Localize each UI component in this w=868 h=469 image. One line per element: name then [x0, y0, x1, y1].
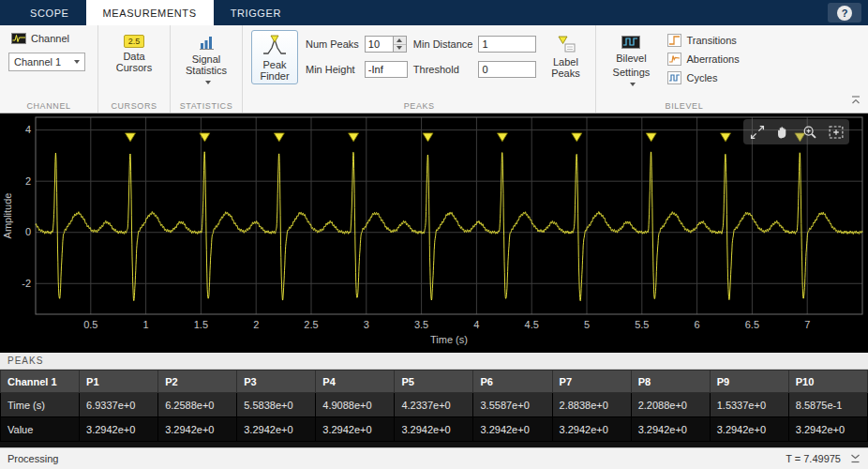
signal-statistics-button[interactable]: Signal Statistics	[179, 30, 233, 90]
value-cell: 8.5875e-1	[788, 393, 867, 417]
label-peaks-button[interactable]: Label Peaks	[544, 30, 587, 82]
section-peaks: Peak Finder Num Peaks Min Distance Min H…	[242, 25, 595, 113]
section-statistics: Signal Statistics STATISTICS	[170, 25, 242, 113]
section-label-cursors: CURSORS	[98, 101, 170, 111]
value-cell: 6.2588e+0	[158, 393, 237, 417]
value-cell: 1.5337e+0	[710, 393, 788, 417]
signal-statistics-label: Signal Statistics	[183, 53, 230, 87]
y-axis-label: Amplitude	[2, 193, 13, 239]
data-cursors-label: Data Cursors	[111, 51, 157, 73]
peak-finder-toggle[interactable]: Peak Finder	[251, 30, 298, 84]
y-tick-label: 4	[25, 124, 31, 135]
threshold-input[interactable]	[478, 61, 536, 78]
section-bilevel: Bilevel Settings Transitions	[595, 25, 771, 113]
peak-finder-label: Peak Finder	[255, 59, 294, 82]
aberrations-button[interactable]: Aberrations	[665, 51, 741, 68]
value-cell: 3.2942e+0	[788, 417, 867, 442]
x-axis-label: Time (s)	[430, 334, 468, 345]
x-tick-label: 1	[143, 319, 149, 330]
peak-column-header: P6	[473, 371, 552, 393]
help-button[interactable]: ?	[828, 3, 861, 23]
x-tick-label: 2.5	[304, 319, 318, 330]
restore-view-button[interactable]	[745, 121, 769, 143]
x-tick-label: 1.5	[194, 319, 208, 330]
min-height-input[interactable]	[365, 61, 408, 78]
cycles-icon	[667, 71, 681, 84]
zoom-in-button[interactable]	[798, 121, 821, 143]
row-label: Value	[1, 417, 80, 442]
channel-icon	[11, 32, 26, 45]
spinner-up-icon[interactable]	[394, 37, 406, 44]
transitions-label: Transitions	[686, 35, 736, 46]
channel-button[interactable]: Channel	[8, 30, 85, 47]
value-cell: 3.2942e+0	[552, 417, 631, 442]
tab-scope[interactable]: SCOPE	[13, 0, 86, 25]
peak-column-header: P5	[395, 371, 473, 393]
channel-select[interactable]: Channel 1	[8, 53, 85, 71]
x-tick-label: 4	[473, 319, 479, 330]
status-text: Processing	[7, 453, 58, 464]
pan-hand-icon	[773, 122, 794, 143]
bar-chart-icon	[199, 35, 215, 51]
x-tick-label: 6.5	[745, 319, 759, 330]
collapse-toolstrip-button[interactable]	[849, 94, 862, 105]
x-tick-label: 3	[364, 319, 369, 330]
peak-column-header: P10	[788, 371, 867, 393]
label-peaks-icon	[555, 35, 576, 53]
cycles-label: Cycles	[686, 72, 717, 83]
tab-trigger[interactable]: TRIGGER	[214, 0, 298, 25]
value-cell: 3.2942e+0	[237, 417, 316, 442]
expand-panel-icon[interactable]	[850, 454, 861, 463]
value-cell: 3.2942e+0	[395, 417, 473, 442]
toolstrip: Channel Channel 1 CHANNEL 2.5 Data Curso…	[0, 25, 868, 113]
min-distance-label: Min Distance	[413, 38, 473, 50]
fit-to-view-button[interactable]	[824, 121, 847, 143]
pan-button[interactable]	[771, 121, 795, 143]
peak-column-header: P8	[631, 371, 710, 393]
num-peaks-input[interactable]	[365, 36, 394, 53]
data-cursors-button[interactable]: 2.5 Data Cursors	[107, 30, 161, 76]
x-tick-label: 0.5	[83, 319, 97, 330]
bilevel-settings-label-2: Settings	[608, 67, 653, 89]
channel-select-value: Channel 1	[14, 56, 61, 68]
peak-column-header: P1	[80, 371, 158, 393]
peak-column-header: P3	[237, 371, 316, 393]
transitions-icon	[667, 34, 681, 47]
x-tick-label: 5.5	[635, 319, 649, 330]
spinner-down-icon[interactable]	[394, 44, 406, 53]
data-cursors-icon: 2.5	[124, 35, 144, 48]
value-cell: 3.2942e+0	[473, 417, 552, 442]
value-cell: 4.2337e+0	[395, 393, 473, 417]
value-cell: 3.2942e+0	[710, 417, 788, 442]
peak-column-header: P9	[710, 371, 788, 393]
value-cell: 3.5587e+0	[473, 393, 552, 417]
value-cell: 4.9088e+0	[316, 393, 395, 417]
value-cell: 3.2942e+0	[158, 417, 237, 442]
channel-column-header: Channel 1	[1, 371, 80, 393]
transitions-button[interactable]: Transitions	[665, 32, 741, 49]
peaks-panel: PEAKS Channel 1P1P2P3P4P5P6P7P8P9P10Time…	[0, 353, 868, 447]
x-tick-label: 6	[695, 319, 700, 330]
value-cell: 2.2088e+0	[631, 393, 710, 417]
waveform-chart[interactable]: -20240.511.522.533.544.555.566.57Time (s…	[0, 113, 868, 353]
cycles-button[interactable]: Cycles	[665, 69, 741, 86]
bilevel-settings-button[interactable]: Bilevel Settings	[605, 30, 657, 92]
plot-toolbar	[743, 119, 849, 144]
min-height-label: Min Height	[306, 64, 359, 75]
table-header-row: Channel 1P1P2P3P4P5P6P7P8P9P10	[1, 371, 868, 393]
time-readout: T = 7.49975	[786, 453, 841, 464]
value-cell: 3.2942e+0	[631, 417, 710, 442]
num-peaks-stepper[interactable]	[394, 36, 407, 53]
bilevel-settings-label-1: Bilevel	[616, 53, 646, 64]
min-distance-input[interactable]	[478, 36, 536, 53]
y-tick-label: 2	[25, 175, 31, 187]
tab-measurements[interactable]: MEASUREMENTS	[86, 0, 214, 25]
peaks-table: Channel 1P1P2P3P4P5P6P7P8P9P10Time (s)6.…	[0, 370, 868, 442]
y-tick-label: 0	[25, 226, 31, 237]
aberrations-label: Aberrations	[686, 53, 739, 65]
table-row: Time (s)6.9337e+06.2588e+05.5838e+04.908…	[1, 393, 868, 417]
peak-column-header: P4	[316, 371, 395, 393]
section-label-channel: CHANNEL	[0, 101, 97, 111]
value-cell: 6.9337e+0	[80, 393, 158, 417]
bilevel-settings-icon	[621, 35, 640, 50]
